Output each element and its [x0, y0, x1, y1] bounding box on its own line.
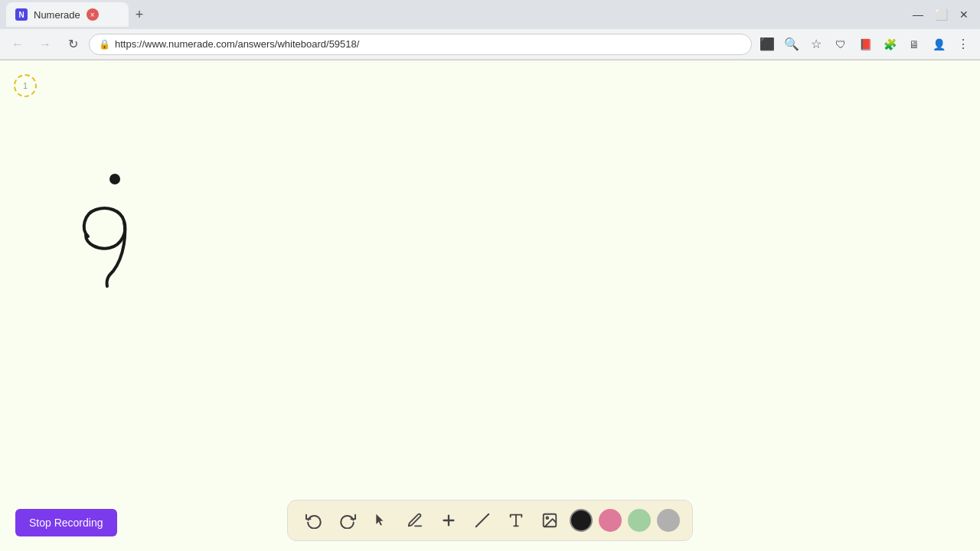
browser-chrome: N Numerade × + — ⬜ ✕ ← → ↻ 🔒 https://www…	[0, 0, 980, 60]
svg-point-0	[109, 174, 120, 184]
select-tool-button[interactable]	[368, 507, 395, 534]
tab-close-button[interactable]: ×	[87, 8, 99, 21]
extension-icon-2[interactable]: 📕	[854, 34, 876, 55]
add-button[interactable]	[435, 507, 462, 534]
nav-bar: ← → ↻ 🔒 https://www.numerade.com/answers…	[0, 29, 980, 60]
extension-icon-3[interactable]: 🧩	[879, 34, 900, 55]
address-text: https://www.numerade.com/answers/whitebo…	[115, 38, 359, 50]
color-green-swatch[interactable]	[628, 509, 651, 532]
whiteboard-canvas	[0, 60, 980, 551]
browser-tab[interactable]: N Numerade ×	[6, 2, 129, 27]
tab-title: Numerade	[34, 9, 80, 21]
back-button[interactable]: ←	[6, 33, 29, 56]
search-icon[interactable]: 🔍	[781, 34, 802, 55]
tab-favicon: N	[15, 8, 28, 21]
lock-icon: 🔒	[99, 39, 110, 50]
extension-icon-4[interactable]: 🖥	[903, 34, 925, 55]
svg-line-3	[476, 514, 489, 527]
color-black-swatch[interactable]	[570, 509, 593, 532]
address-bar[interactable]: 🔒 https://www.numerade.com/answers/white…	[89, 34, 752, 55]
forward-button[interactable]: →	[34, 33, 57, 56]
new-tab-button[interactable]: +	[129, 4, 150, 25]
undo-button[interactable]	[300, 507, 328, 534]
timer-display: 1	[23, 81, 28, 90]
color-gray-swatch[interactable]	[657, 509, 680, 532]
redo-button[interactable]	[334, 507, 361, 534]
bookmark-icon[interactable]: ☆	[805, 34, 827, 55]
pencil-tool-button[interactable]	[401, 507, 429, 534]
whiteboard-area[interactable]: 1 Stop Recording	[0, 60, 980, 551]
eraser-tool-button[interactable]	[469, 507, 496, 534]
cast-icon[interactable]: ⬛	[756, 34, 778, 55]
timer-badge: 1	[14, 74, 37, 97]
stop-recording-button[interactable]: Stop Recording	[15, 509, 117, 536]
image-tool-button[interactable]	[536, 507, 564, 534]
reload-button[interactable]: ↻	[61, 33, 84, 56]
profile-icon[interactable]: 👤	[928, 34, 949, 55]
svg-point-7	[546, 517, 548, 519]
text-tool-button[interactable]	[502, 507, 530, 534]
title-bar: N Numerade × + — ⬜ ✕	[0, 0, 980, 29]
window-controls: — ⬜ ✕	[908, 5, 974, 24]
maximize-button[interactable]: ⬜	[931, 5, 951, 24]
extension-icon-1[interactable]: 🛡	[830, 34, 851, 55]
close-button[interactable]: ✕	[954, 5, 974, 24]
color-pink-swatch[interactable]	[599, 509, 622, 532]
menu-button[interactable]: ⋮	[952, 34, 974, 55]
toolbar	[287, 500, 693, 541]
nav-actions: ⬛ 🔍 ☆ 🛡 📕 🧩 🖥 👤 ⋮	[756, 34, 974, 55]
minimize-button[interactable]: —	[908, 5, 928, 24]
